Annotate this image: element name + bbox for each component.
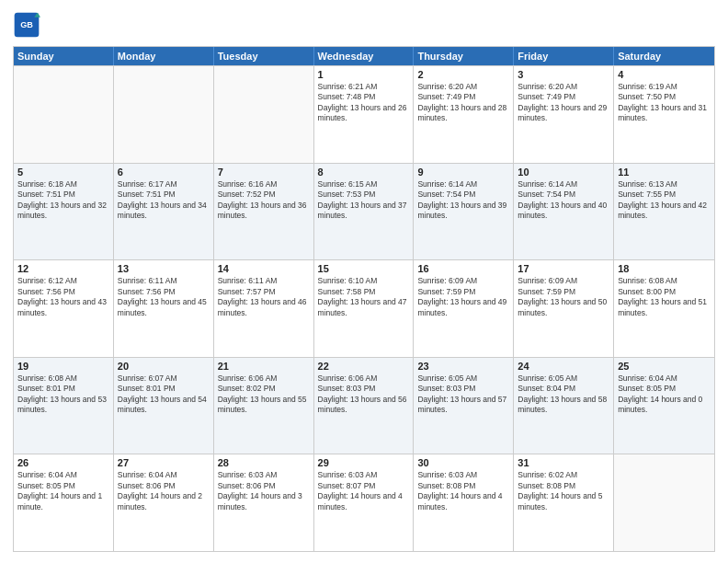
daylight-text: Daylight: 13 hours and 46 minutes. bbox=[218, 297, 310, 318]
sunrise-text: Sunrise: 6:18 AM bbox=[17, 179, 109, 190]
calendar-page: GB SundayMondayTuesdayWednesdayThursdayF… bbox=[0, 0, 728, 563]
day-number: 3 bbox=[518, 69, 609, 80]
sunset-text: Sunset: 7:50 PM bbox=[618, 92, 711, 102]
day-number: 23 bbox=[417, 361, 509, 372]
daylight-text: Daylight: 14 hours and 2 minutes. bbox=[118, 491, 210, 512]
sunset-text: Sunset: 7:49 PM bbox=[417, 92, 509, 102]
daylight-text: Daylight: 13 hours and 53 minutes. bbox=[17, 395, 109, 416]
day-number: 22 bbox=[318, 361, 410, 372]
calendar-cell: 20Sunrise: 6:07 AMSunset: 8:01 PMDayligh… bbox=[114, 358, 214, 454]
calendar-cell bbox=[14, 66, 114, 163]
day-number: 25 bbox=[618, 361, 711, 372]
calendar-cell: 13Sunrise: 6:11 AMSunset: 7:56 PMDayligh… bbox=[114, 260, 214, 357]
calendar: SundayMondayTuesdayWednesdayThursdayFrid… bbox=[13, 46, 715, 552]
day-number: 14 bbox=[218, 263, 310, 274]
calendar-cell: 11Sunrise: 6:13 AMSunset: 7:55 PMDayligh… bbox=[614, 164, 714, 260]
calendar-header: SundayMondayTuesdayWednesdayThursdayFrid… bbox=[14, 47, 714, 65]
daylight-text: Daylight: 13 hours and 43 minutes. bbox=[17, 297, 109, 318]
calendar-cell: 16Sunrise: 6:09 AMSunset: 7:59 PMDayligh… bbox=[414, 260, 514, 357]
calendar-cell: 19Sunrise: 6:08 AMSunset: 8:01 PMDayligh… bbox=[14, 358, 114, 454]
calendar-cell: 29Sunrise: 6:03 AMSunset: 8:07 PMDayligh… bbox=[314, 454, 415, 551]
calendar-cell: 26Sunrise: 6:04 AMSunset: 8:05 PMDayligh… bbox=[14, 454, 114, 551]
daylight-text: Daylight: 13 hours and 34 minutes. bbox=[118, 201, 210, 222]
calendar-week-4: 19Sunrise: 6:08 AMSunset: 8:01 PMDayligh… bbox=[14, 357, 714, 454]
calendar-cell bbox=[614, 454, 714, 551]
calendar-cell: 28Sunrise: 6:03 AMSunset: 8:06 PMDayligh… bbox=[214, 454, 314, 551]
calendar-cell: 17Sunrise: 6:09 AMSunset: 7:59 PMDayligh… bbox=[514, 260, 614, 357]
calendar-cell: 15Sunrise: 6:10 AMSunset: 7:58 PMDayligh… bbox=[314, 260, 415, 357]
daylight-text: Daylight: 13 hours and 40 minutes. bbox=[518, 201, 609, 222]
calendar-cell: 27Sunrise: 6:04 AMSunset: 8:06 PMDayligh… bbox=[114, 454, 214, 551]
sunrise-text: Sunrise: 6:08 AM bbox=[17, 373, 109, 384]
sunset-text: Sunset: 7:53 PM bbox=[318, 190, 410, 200]
sunset-text: Sunset: 8:03 PM bbox=[417, 384, 509, 394]
daylight-text: Daylight: 13 hours and 28 minutes. bbox=[417, 103, 509, 124]
day-header-thursday: Thursday bbox=[414, 47, 514, 65]
sunrise-text: Sunrise: 6:20 AM bbox=[518, 82, 609, 92]
daylight-text: Daylight: 13 hours and 55 minutes. bbox=[218, 395, 310, 416]
day-number: 29 bbox=[318, 457, 410, 468]
sunrise-text: Sunrise: 6:16 AM bbox=[218, 179, 310, 190]
sunrise-text: Sunrise: 6:06 AM bbox=[218, 373, 310, 384]
sunset-text: Sunset: 7:55 PM bbox=[618, 190, 711, 200]
calendar-body: 1Sunrise: 6:21 AMSunset: 7:48 PMDaylight… bbox=[14, 65, 714, 551]
daylight-text: Daylight: 13 hours and 54 minutes. bbox=[118, 395, 210, 416]
calendar-cell: 4Sunrise: 6:19 AMSunset: 7:50 PMDaylight… bbox=[614, 66, 714, 163]
day-header-friday: Friday bbox=[514, 47, 614, 65]
daylight-text: Daylight: 13 hours and 50 minutes. bbox=[518, 297, 609, 318]
daylight-text: Daylight: 14 hours and 3 minutes. bbox=[218, 491, 310, 512]
sunrise-text: Sunrise: 6:03 AM bbox=[318, 470, 410, 480]
calendar-cell: 1Sunrise: 6:21 AMSunset: 7:48 PMDaylight… bbox=[314, 66, 415, 163]
sunrise-text: Sunrise: 6:15 AM bbox=[318, 179, 410, 190]
day-number: 2 bbox=[417, 69, 509, 80]
sunset-text: Sunset: 7:59 PM bbox=[518, 287, 609, 297]
sunrise-text: Sunrise: 6:04 AM bbox=[118, 470, 210, 480]
sunrise-text: Sunrise: 6:05 AM bbox=[518, 373, 609, 384]
sunrise-text: Sunrise: 6:17 AM bbox=[118, 179, 210, 190]
daylight-text: Daylight: 13 hours and 51 minutes. bbox=[618, 297, 711, 318]
sunset-text: Sunset: 7:51 PM bbox=[118, 190, 210, 200]
sunrise-text: Sunrise: 6:04 AM bbox=[618, 373, 711, 384]
daylight-text: Daylight: 13 hours and 49 minutes. bbox=[417, 297, 509, 318]
day-header-sunday: Sunday bbox=[14, 47, 114, 65]
calendar-cell bbox=[214, 66, 314, 163]
calendar-cell: 24Sunrise: 6:05 AMSunset: 8:04 PMDayligh… bbox=[514, 358, 614, 454]
sunrise-text: Sunrise: 6:05 AM bbox=[417, 373, 509, 384]
sunset-text: Sunset: 8:05 PM bbox=[618, 384, 711, 394]
day-number: 26 bbox=[17, 457, 109, 468]
day-number: 21 bbox=[218, 361, 310, 372]
calendar-cell: 18Sunrise: 6:08 AMSunset: 8:00 PMDayligh… bbox=[614, 260, 714, 357]
sunset-text: Sunset: 7:58 PM bbox=[318, 287, 410, 297]
day-number: 27 bbox=[118, 457, 210, 468]
sunset-text: Sunset: 7:57 PM bbox=[218, 287, 310, 297]
sunrise-text: Sunrise: 6:03 AM bbox=[417, 470, 509, 480]
sunset-text: Sunset: 7:54 PM bbox=[518, 190, 609, 200]
calendar-cell: 3Sunrise: 6:20 AMSunset: 7:49 PMDaylight… bbox=[514, 66, 614, 163]
day-number: 13 bbox=[118, 263, 210, 274]
page-header: GB bbox=[13, 11, 715, 39]
daylight-text: Daylight: 13 hours and 47 minutes. bbox=[318, 297, 410, 318]
day-header-monday: Monday bbox=[114, 47, 214, 65]
sunrise-text: Sunrise: 6:13 AM bbox=[618, 179, 711, 190]
calendar-week-3: 12Sunrise: 6:12 AMSunset: 7:56 PMDayligh… bbox=[14, 259, 714, 357]
daylight-text: Daylight: 14 hours and 4 minutes. bbox=[318, 491, 410, 512]
day-number: 18 bbox=[618, 263, 711, 274]
day-number: 16 bbox=[417, 263, 509, 274]
sunset-text: Sunset: 8:05 PM bbox=[17, 481, 109, 491]
day-number: 10 bbox=[518, 167, 609, 178]
daylight-text: Daylight: 13 hours and 26 minutes. bbox=[318, 103, 410, 124]
daylight-text: Daylight: 13 hours and 32 minutes. bbox=[17, 201, 109, 222]
calendar-cell: 30Sunrise: 6:03 AMSunset: 8:08 PMDayligh… bbox=[414, 454, 514, 551]
calendar-week-1: 1Sunrise: 6:21 AMSunset: 7:48 PMDaylight… bbox=[14, 65, 714, 163]
sunrise-text: Sunrise: 6:08 AM bbox=[618, 276, 711, 286]
logo-icon: GB bbox=[13, 11, 40, 39]
daylight-text: Daylight: 13 hours and 31 minutes. bbox=[618, 103, 711, 124]
logo: GB bbox=[13, 11, 44, 39]
day-number: 1 bbox=[318, 69, 410, 80]
sunset-text: Sunset: 8:07 PM bbox=[318, 481, 410, 491]
daylight-text: Daylight: 14 hours and 4 minutes. bbox=[417, 491, 509, 512]
day-number: 8 bbox=[318, 167, 410, 178]
calendar-cell: 2Sunrise: 6:20 AMSunset: 7:49 PMDaylight… bbox=[414, 66, 514, 163]
sunrise-text: Sunrise: 6:21 AM bbox=[318, 82, 410, 92]
sunrise-text: Sunrise: 6:14 AM bbox=[417, 179, 509, 190]
